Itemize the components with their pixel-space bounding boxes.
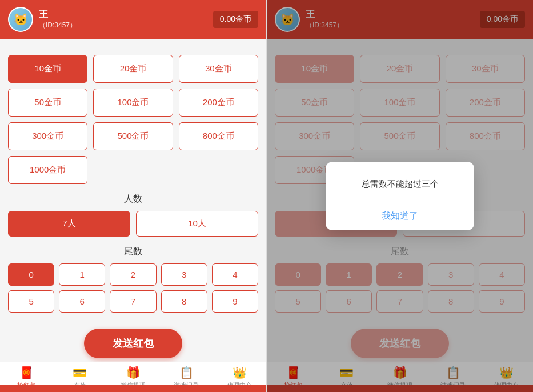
left-panel: 🐱 王 （ID:3457） 0.00金币 10金币 20金币 30金币 50金币… [0,0,266,392]
left-send-container: 发送红包 [0,323,266,362]
left-people-10[interactable]: 10人 [136,211,258,237]
left-avatar: 🐱 [8,7,33,32]
left-header: 🐱 王 （ID:3457） 0.00金币 [0,0,266,39]
left-people-7[interactable]: 7人 [8,211,130,237]
left-user-id: （ID:3457） [39,21,77,30]
left-digit-0[interactable]: 0 [8,263,54,286]
left-user-info-container: 🐱 王 （ID:3457） [8,7,77,32]
left-amount-200[interactable]: 200金币 [179,89,258,117]
left-user-name: 王 [39,9,77,21]
left-amount-800[interactable]: 800金币 [179,122,258,150]
left-nav-recharge-icon: 💳 [73,366,87,379]
right-dialog: 总雷数不能超过三个 我知道了 [326,162,474,231]
left-amount-30[interactable]: 30金币 [179,55,258,83]
left-people-row: 7人 10人 [8,211,258,237]
left-nav-hongbao-icon: 🧧 [19,366,34,379]
left-header-wave [0,385,266,392]
right-dialog-confirm-button[interactable]: 我知道了 [326,202,474,230]
left-tail-label: 尾数 [8,246,258,258]
left-digit-5[interactable]: 5 [8,290,54,313]
left-digit-9[interactable]: 9 [212,290,258,313]
left-people-label: 人数 [8,193,258,205]
left-amount-20[interactable]: 20金币 [93,55,173,83]
right-panel: 🐱 王 （ID:3457） 0.00金币 10金币 20金币 30金币 50金币… [267,0,533,392]
left-digit-8[interactable]: 8 [161,290,207,313]
left-nav-agent-icon: 👑 [233,366,247,379]
left-digit-4[interactable]: 4 [212,263,258,286]
right-dialog-message: 总雷数不能超过三个 [362,179,439,189]
left-nav-withdraw-icon: 🎁 [126,366,141,379]
left-amount-300[interactable]: 300金币 [8,122,87,150]
left-digit-row1: 0 1 2 3 4 [8,263,258,286]
left-nav-history-icon: 📋 [179,366,194,379]
left-coin-balance: 0.00金币 [213,11,258,28]
right-dialog-body: 总雷数不能超过三个 [326,162,474,202]
left-digit-7[interactable]: 7 [110,290,156,313]
left-send-button[interactable]: 发送红包 [84,329,182,358]
left-amount-50[interactable]: 50金币 [8,89,87,117]
left-main-content: 10金币 20金币 30金币 50金币 100金币 200金币 300金币 50… [0,39,266,323]
left-digit-3[interactable]: 3 [161,263,207,286]
left-digit-row2: 5 6 7 8 9 [8,290,258,313]
left-amount-1000[interactable]: 1000金币 [8,156,87,184]
left-digit-2[interactable]: 2 [110,263,156,286]
left-amount-10[interactable]: 10金币 [8,55,87,83]
left-amount-grid: 10金币 20金币 30金币 50金币 100金币 200金币 300金币 50… [8,55,258,150]
left-digit-6[interactable]: 6 [59,290,105,313]
right-dialog-overlay: 总雷数不能超过三个 我知道了 [267,0,533,392]
left-digit-1[interactable]: 1 [59,263,105,286]
left-amount-100[interactable]: 100金币 [93,89,173,117]
left-amount-500[interactable]: 500金币 [93,122,173,150]
